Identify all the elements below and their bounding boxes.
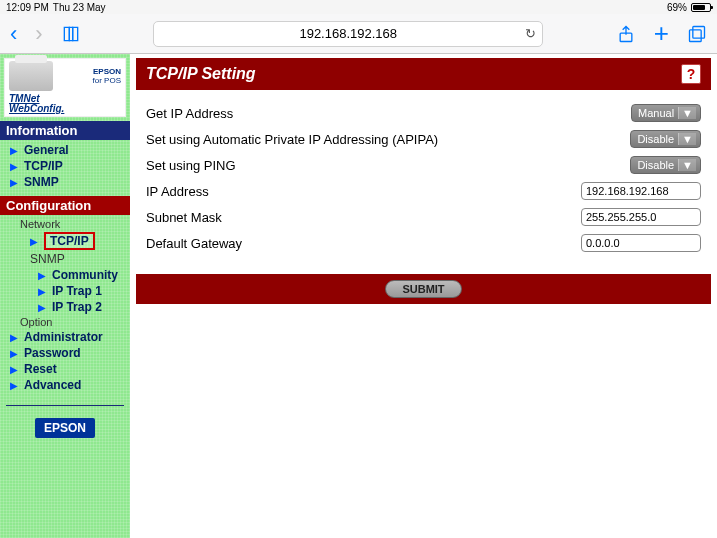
row-gateway: Default Gateway bbox=[146, 234, 701, 252]
label-apipa: Set using Automatic Private IP Addressin… bbox=[146, 132, 630, 147]
submit-bar: SUBMIT bbox=[136, 274, 711, 304]
logo-brand: EPSON bbox=[57, 67, 121, 76]
sidebar-item-tcpip-config[interactable]: ▶TCP/IP bbox=[0, 231, 130, 251]
label-mask: Subnet Mask bbox=[146, 210, 581, 225]
row-apipa: Set using Automatic Private IP Addressin… bbox=[146, 130, 701, 148]
reload-icon[interactable]: ↻ bbox=[525, 26, 536, 41]
printer-icon bbox=[9, 61, 53, 91]
input-gateway[interactable] bbox=[581, 234, 701, 252]
sidebar-item-community[interactable]: ▶Community bbox=[0, 267, 130, 283]
logo-box: EPSON for POS TMNet WebConfig. bbox=[4, 58, 126, 117]
status-bar: 12:09 PM Thu 23 May 69% bbox=[0, 0, 717, 14]
sidebar: EPSON for POS TMNet WebConfig. Informati… bbox=[0, 54, 130, 538]
help-button[interactable]: ? bbox=[681, 64, 701, 84]
tabs-icon[interactable] bbox=[687, 24, 707, 44]
logo-sub: for POS bbox=[57, 76, 121, 85]
share-icon[interactable] bbox=[616, 24, 636, 44]
sidebar-item-snmp-info[interactable]: ▶SNMP bbox=[0, 174, 130, 190]
url-text: 192.168.192.168 bbox=[299, 26, 397, 41]
epson-badge: EPSON bbox=[35, 418, 95, 438]
back-button[interactable]: ‹ bbox=[10, 21, 17, 47]
sidebar-item-iptrap1[interactable]: ▶IP Trap 1 bbox=[0, 283, 130, 299]
select-ping[interactable]: Disable▼ bbox=[630, 156, 701, 174]
settings-form: Get IP Address Manual▼ Set using Automat… bbox=[136, 90, 711, 270]
sidebar-item-general[interactable]: ▶General bbox=[0, 142, 130, 158]
row-get-ip: Get IP Address Manual▼ bbox=[146, 104, 701, 122]
sidebar-item-tcpip-info[interactable]: ▶TCP/IP bbox=[0, 158, 130, 174]
logo-product2: WebConfig. bbox=[9, 103, 64, 114]
input-ip[interactable] bbox=[581, 182, 701, 200]
sidebar-item-snmp-config[interactable]: SNMP bbox=[0, 251, 130, 267]
sidebar-group-option: Option bbox=[0, 315, 130, 329]
sidebar-item-reset[interactable]: ▶Reset bbox=[0, 361, 130, 377]
sidebar-group-network: Network bbox=[0, 217, 130, 231]
submit-button[interactable]: SUBMIT bbox=[385, 280, 461, 298]
sidebar-item-password[interactable]: ▶Password bbox=[0, 345, 130, 361]
forward-button[interactable]: › bbox=[35, 21, 42, 47]
label-ping: Set using PING bbox=[146, 158, 630, 173]
battery-icon bbox=[691, 3, 711, 12]
input-mask[interactable] bbox=[581, 208, 701, 226]
sidebar-item-iptrap2[interactable]: ▶IP Trap 2 bbox=[0, 299, 130, 315]
label-gateway: Default Gateway bbox=[146, 236, 581, 251]
svg-rect-2 bbox=[690, 29, 702, 41]
chevron-down-icon: ▼ bbox=[678, 159, 696, 171]
status-time: 12:09 PM bbox=[6, 2, 49, 13]
label-ip: IP Address bbox=[146, 184, 581, 199]
page-title: TCP/IP Setting bbox=[146, 65, 256, 83]
chevron-down-icon: ▼ bbox=[678, 133, 696, 145]
sidebar-separator bbox=[6, 405, 124, 406]
content-area: TCP/IP Setting ? Get IP Address Manual▼ … bbox=[130, 54, 717, 538]
chevron-down-icon: ▼ bbox=[678, 107, 696, 119]
row-ping: Set using PING Disable▼ bbox=[146, 156, 701, 174]
svg-rect-1 bbox=[693, 26, 705, 38]
page-title-bar: TCP/IP Setting ? bbox=[136, 58, 711, 90]
new-tab-button[interactable]: + bbox=[654, 18, 669, 49]
select-get-ip[interactable]: Manual▼ bbox=[631, 104, 701, 122]
sidebar-item-administrator[interactable]: ▶Administrator bbox=[0, 329, 130, 345]
row-mask: Subnet Mask bbox=[146, 208, 701, 226]
sidebar-item-advanced[interactable]: ▶Advanced bbox=[0, 377, 130, 393]
status-date: Thu 23 May bbox=[53, 2, 106, 13]
browser-toolbar: ‹ › 192.168.192.168 ↻ + bbox=[0, 14, 717, 54]
label-get-ip: Get IP Address bbox=[146, 106, 631, 121]
address-bar[interactable]: 192.168.192.168 ↻ bbox=[153, 21, 543, 47]
row-ip: IP Address bbox=[146, 182, 701, 200]
sidebar-header-configuration: Configuration bbox=[0, 196, 130, 215]
bookmarks-icon[interactable] bbox=[61, 24, 81, 44]
sidebar-header-information: Information bbox=[0, 121, 130, 140]
select-apipa[interactable]: Disable▼ bbox=[630, 130, 701, 148]
battery-percent: 69% bbox=[667, 2, 687, 13]
